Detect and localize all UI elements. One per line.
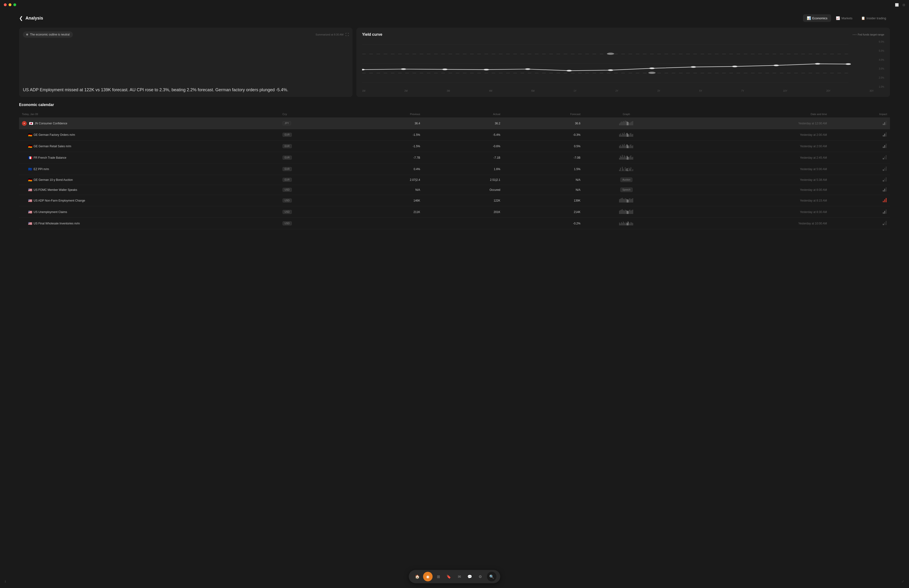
ccy-badge: EUR bbox=[283, 178, 292, 182]
event-graph bbox=[583, 129, 670, 141]
speech-badge: Speech bbox=[620, 187, 633, 192]
table-row[interactable]: 🇩🇪 GE German Factory Orders m/m EUR -1.5… bbox=[19, 129, 890, 141]
svg-point-8 bbox=[484, 69, 489, 71]
sidebar-expand[interactable]: ⤢ bbox=[901, 580, 904, 583]
event-ccy: EUR bbox=[280, 152, 343, 163]
svg-rect-32 bbox=[631, 122, 631, 125]
table-row[interactable]: 🇺🇸 US Unemployment Claims USD 211K 201K … bbox=[19, 206, 890, 218]
table-row[interactable]: 🇺🇸 US FOMC Member Waller Speaks USD N/A … bbox=[19, 185, 890, 195]
event-impact bbox=[830, 141, 890, 152]
event-datetime: Yesterday at 8:00 AM bbox=[670, 185, 830, 195]
table-row[interactable]: 🇺🇸 US Final Wholesale Inventories m/m US… bbox=[19, 218, 890, 229]
svg-rect-61 bbox=[624, 144, 625, 148]
svg-rect-91 bbox=[886, 155, 886, 159]
svg-rect-48 bbox=[629, 135, 629, 137]
svg-rect-111 bbox=[884, 179, 885, 181]
svg-rect-168 bbox=[884, 222, 885, 225]
svg-rect-84 bbox=[629, 157, 629, 160]
event-ccy: EUR bbox=[280, 129, 343, 141]
event-impact bbox=[830, 206, 890, 218]
ccy-badge: EUR bbox=[283, 155, 292, 160]
svg-rect-55 bbox=[886, 132, 886, 137]
event-name-cell: ● 🇯🇵 JN Consumer Confidence bbox=[19, 118, 280, 129]
table-row[interactable]: 🇩🇪 GE German 10-y Bond Auction EUR 2.07|… bbox=[19, 175, 890, 185]
svg-rect-27 bbox=[626, 121, 626, 125]
event-datetime: Yesterday at 12:00 AM bbox=[670, 118, 830, 129]
svg-rect-76 bbox=[621, 157, 622, 160]
svg-point-11 bbox=[608, 69, 614, 71]
dock-home[interactable]: 🏠 bbox=[413, 572, 422, 582]
svg-rect-88 bbox=[633, 157, 633, 160]
table-row[interactable]: 🇺🇸 US ADP Non-Farm Employment Change USD… bbox=[19, 195, 890, 206]
svg-rect-86 bbox=[631, 155, 631, 160]
svg-rect-28 bbox=[627, 121, 627, 125]
event-datetime: Yesterday at 2:00 AM bbox=[670, 129, 830, 141]
dock-grid[interactable]: ⊞ bbox=[434, 572, 443, 582]
close-button[interactable] bbox=[4, 3, 6, 6]
svg-rect-139 bbox=[624, 211, 625, 214]
svg-rect-44 bbox=[625, 134, 625, 137]
ccy-badge: EUR bbox=[283, 167, 292, 171]
table-row[interactable]: ● 🇯🇵 JN Consumer Confidence JPY 36.4 36.… bbox=[19, 118, 890, 129]
svg-rect-146 bbox=[631, 211, 631, 214]
maximize-button[interactable] bbox=[13, 3, 16, 6]
dock-bookmark[interactable]: 🔖 bbox=[444, 572, 454, 582]
svg-rect-60 bbox=[623, 145, 624, 148]
svg-rect-131 bbox=[883, 201, 884, 202]
svg-rect-114 bbox=[884, 189, 885, 192]
svg-rect-112 bbox=[886, 177, 886, 181]
expand-icon[interactable]: ⛶ bbox=[346, 32, 349, 36]
tab-economics[interactable]: 📊 Economics bbox=[803, 14, 832, 22]
dock-mail[interactable]: ✉ bbox=[454, 572, 464, 582]
yield-legend-text: Fed funds target range bbox=[858, 33, 884, 36]
sidebar-info: ℹ bbox=[5, 580, 6, 583]
event-actual: 122K bbox=[423, 195, 503, 206]
svg-point-16 bbox=[815, 63, 820, 65]
window-split-icon[interactable]: ⊟ bbox=[903, 3, 905, 6]
svg-rect-122 bbox=[625, 198, 625, 202]
event-impact bbox=[830, 195, 890, 206]
ccy-badge: USD bbox=[283, 188, 292, 192]
event-name-cell: 🇫🇷 FR French Trade Balance bbox=[19, 152, 280, 163]
svg-rect-121 bbox=[624, 199, 625, 202]
table-row[interactable]: 🇪🇺 EZ PPI m/m EUR 0.4% 1.6% 1.5% Yesterd… bbox=[19, 163, 890, 175]
svg-rect-150 bbox=[884, 211, 885, 214]
event-previous: 0.4% bbox=[343, 163, 423, 175]
svg-rect-93 bbox=[620, 168, 621, 171]
table-row[interactable]: 🇩🇪 GE German Retail Sales m/m EUR -1.5% … bbox=[19, 141, 890, 152]
svg-rect-128 bbox=[631, 199, 631, 202]
event-graph bbox=[583, 118, 670, 129]
svg-rect-154 bbox=[621, 222, 622, 225]
tab-markets[interactable]: 📈 Markets bbox=[832, 14, 856, 22]
summary-header: The economic outline is neutral Summariz… bbox=[23, 31, 349, 38]
svg-rect-64 bbox=[627, 144, 627, 148]
svg-rect-120 bbox=[623, 199, 624, 202]
svg-point-15 bbox=[773, 65, 779, 66]
tab-markets-label: Markets bbox=[841, 16, 852, 20]
tab-insider-trading[interactable]: 📋 Insider trading bbox=[857, 14, 890, 22]
event-impact bbox=[830, 129, 890, 141]
svg-rect-138 bbox=[623, 210, 624, 214]
dock-chat[interactable]: 💬 bbox=[465, 572, 475, 582]
event-actual: 1.6% bbox=[423, 163, 503, 175]
svg-rect-92 bbox=[619, 170, 620, 171]
dock-settings[interactable]: ⚙ bbox=[475, 572, 485, 582]
economics-icon: 📊 bbox=[807, 16, 811, 20]
svg-rect-149 bbox=[883, 212, 884, 214]
event-label: US Unemployment Claims bbox=[34, 210, 67, 214]
svg-point-12 bbox=[649, 68, 655, 69]
svg-rect-70 bbox=[633, 145, 633, 148]
svg-rect-24 bbox=[623, 121, 624, 125]
table-row[interactable]: 🇫🇷 FR French Trade Balance EUR -7.7B -7.… bbox=[19, 152, 890, 163]
svg-rect-71 bbox=[883, 147, 884, 148]
svg-rect-80 bbox=[625, 156, 625, 160]
svg-rect-42 bbox=[623, 134, 624, 137]
ccy-badge: EUR bbox=[283, 133, 292, 137]
event-name-cell: 🇺🇸 US ADP Non-Farm Employment Change bbox=[19, 195, 280, 206]
dock-search[interactable]: 🔍 bbox=[487, 572, 496, 582]
svg-rect-53 bbox=[883, 135, 884, 137]
window-layout-icon[interactable]: ⬜ bbox=[895, 3, 899, 6]
dock-compass[interactable]: ◉ bbox=[423, 572, 433, 582]
event-forecast: 1.5% bbox=[503, 163, 583, 175]
minimize-button[interactable] bbox=[8, 3, 11, 6]
